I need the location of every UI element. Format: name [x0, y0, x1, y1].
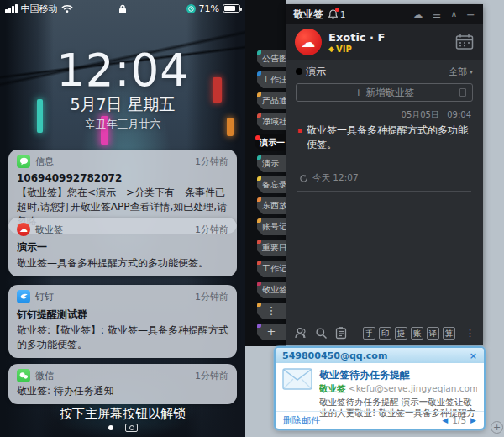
tool-box-button[interactable]: 账 — [411, 327, 423, 340]
jingyeqian-app-window: 敬业签 1 ☁ ≡ ∧ − ☁ Exotic · F ◆ VIP — [286, 4, 483, 345]
category-tab[interactable]: ⋮ — [257, 303, 286, 319]
notes-list-icon[interactable] — [335, 327, 347, 340]
category-tab[interactable]: 演示二 — [257, 155, 286, 172]
wifi-icon — [61, 4, 73, 13]
category-color-chip — [257, 261, 261, 265]
notification-app-name: 钉钉 — [35, 291, 54, 303]
notification-bell[interactable]: 1 — [328, 9, 345, 19]
category-tab[interactable]: + — [257, 324, 286, 340]
category-color-chip — [257, 50, 261, 55]
reminder-time-label: 今天 12:07 — [312, 172, 359, 184]
minimize-icon[interactable]: − — [466, 9, 475, 20]
more-tools-icon[interactable]: ⋮ — [465, 328, 475, 339]
notification-card-jingyeqian[interactable]: ☁ 敬业签 1分钟前 演示一 敬业签—具备多种提醒方式的多功能便签。 — [8, 218, 237, 276]
category-color-dot — [296, 68, 302, 75]
user-name: Exotic · F — [328, 31, 385, 44]
user-header: ☁ Exotic · F ◆ VIP — [286, 24, 483, 60]
phone-lock-screen: 中国移动 71% 12:04 5月7日 星期五 辛丑年三月廿六 信息 1分钟前 — [0, 0, 245, 437]
category-row: 演示一 全部 ▾ — [286, 61, 483, 82]
prev-mail-icon[interactable]: ◀ — [442, 416, 448, 424]
search-icon[interactable] — [315, 327, 328, 340]
notification-body: 敬业签—具备多种提醒方式的多功能便签。 — [17, 256, 228, 271]
current-category-label: 演示一 — [306, 65, 336, 79]
notification-card-wechat[interactable]: 微信 1分钟前 敬业签: 待办任务通知 — [8, 364, 237, 404]
note-date: 05月05日 — [402, 110, 439, 119]
phone-status-bar: 中国移动 71% — [0, 2, 245, 15]
collapse-icon[interactable]: ∧ — [451, 10, 457, 18]
add-note-button[interactable]: + 新增敬业签 — [296, 83, 473, 102]
menu-icon[interactable]: ≡ — [433, 9, 442, 20]
page-dot — [108, 425, 113, 430]
lock-icon — [118, 4, 127, 14]
category-color-chip — [257, 71, 261, 76]
paste-note-icon[interactable] — [459, 88, 466, 97]
category-tab[interactable]: 账号记 — [257, 218, 286, 235]
note-item[interactable]: ▪ 敬业签一具备多种提醒方式的多功能便签。 — [297, 124, 473, 152]
tool-box-button[interactable]: 手 — [363, 327, 375, 340]
category-tab[interactable]: 公告图 — [257, 50, 286, 67]
category-color-chip — [257, 218, 261, 223]
category-tab[interactable]: 演示一 — [255, 134, 286, 151]
alarm-clock-icon — [186, 4, 196, 13]
category-tab-label: 净域社 — [262, 117, 286, 126]
mail-sender-line: 敬业签 <kefu@serve.jingyeqian.com> — [319, 383, 477, 395]
category-color-chip — [257, 240, 261, 244]
notification-time: 1分钟前 — [195, 370, 228, 382]
delete-mail-link[interactable]: 删除邮件 — [283, 414, 320, 427]
tool-box-button[interactable]: 捷 — [395, 327, 407, 340]
filter-dropdown[interactable]: 全部 ▾ — [449, 66, 473, 78]
bell-badge-count: 1 — [340, 10, 345, 19]
category-color-chip — [257, 176, 261, 181]
category-tab-label: 演示二 — [262, 159, 286, 168]
vip-label: VIP — [336, 45, 352, 54]
jingyeqian-icon: ☁ — [17, 223, 30, 236]
notification-card-dingtalk[interactable]: 钉钉 1分钟前 钉钉提醒测试群 敬业签:【敬业签】: 敬业签—具备多种提醒方式的… — [8, 285, 237, 358]
mail-sender-email: <kefu@serve.jingyeqian.com> — [349, 383, 477, 393]
category-tab[interactable]: 重要日 — [257, 240, 286, 256]
mail-account-label: 549800450@qq.com — [282, 350, 387, 361]
category-tab-label: 重要日 — [262, 243, 286, 252]
wechat-icon — [17, 369, 30, 382]
category-color-chip — [257, 92, 261, 97]
bell-badge-dot — [335, 8, 339, 12]
category-tab[interactable]: 净域社 — [257, 113, 286, 130]
toolbar-tool-boxes: 手印捷账译算 — [363, 327, 455, 340]
add-note-label: + 新增敬业签 — [354, 87, 414, 99]
category-tab[interactable]: 产品通 — [257, 92, 286, 109]
category-tab-label: 账号记 — [262, 222, 286, 231]
desktop-plus-icon[interactable]: + — [491, 421, 503, 434]
camera-page-icon — [125, 424, 138, 432]
notification-body: 敬业签: 待办任务通知 — [17, 384, 228, 398]
carrier-label: 中国移动 — [21, 3, 58, 15]
category-tab[interactable]: 敬业签 — [257, 282, 286, 298]
contacts-icon[interactable] — [294, 327, 307, 340]
signal-strength-icon — [5, 4, 18, 13]
notification-body: 敬业签:【敬业签】: 敬业签—具备多种提醒方式的多功能便签。 — [17, 324, 228, 352]
mail-pager: ◀ 1/5 ▶ — [442, 415, 476, 425]
category-color-chip — [257, 155, 261, 160]
cloud-sync-icon[interactable]: ☁ — [412, 9, 423, 20]
category-tab[interactable]: 工作汪 — [257, 71, 286, 88]
category-color-chip — [257, 303, 261, 307]
notification-time: 1分钟前 — [195, 224, 228, 236]
lock-screen-time: 12:04 — [0, 45, 245, 96]
tool-box-button[interactable]: 印 — [379, 327, 391, 340]
category-tab[interactable]: 东西放 — [257, 197, 286, 214]
close-icon[interactable]: × — [470, 350, 477, 361]
jingyeqian-logo[interactable]: ☁ — [295, 29, 322, 55]
tool-box-button[interactable]: 算 — [443, 327, 455, 340]
mail-subject[interactable]: 敬业签待办任务提醒 — [319, 368, 477, 382]
calendar-icon[interactable] — [455, 34, 474, 50]
notification-app-name: 微信 — [35, 370, 54, 382]
category-tab[interactable]: 备忘录 — [257, 176, 286, 193]
category-tab-label: 东西放 — [262, 201, 286, 210]
vip-diamond-icon: ◆ — [328, 45, 334, 53]
notification-time: 1分钟前 — [195, 155, 228, 168]
category-tab-column: 公告图 工作汪 产品通 净域社 演示一 演示二 — [255, 50, 286, 340]
tool-box-button[interactable]: 译 — [427, 327, 439, 340]
lock-screen-page-dots — [0, 424, 245, 432]
category-color-chip — [257, 324, 261, 328]
category-tab[interactable]: 工作记 — [257, 261, 286, 277]
note-timestamp: 05月05日 09:04 — [286, 109, 483, 121]
next-mail-icon[interactable]: ▶ — [470, 416, 476, 424]
